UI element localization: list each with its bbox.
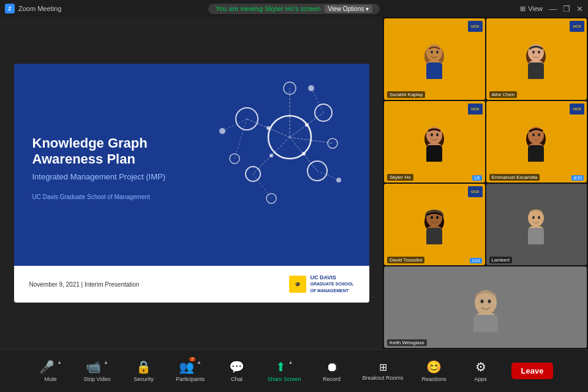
security-button[interactable]: 🔒 Security xyxy=(128,360,160,382)
apps-icon: ⚙ xyxy=(475,360,486,374)
participant-video-keith: Keith Weisglass xyxy=(384,266,587,348)
mute-button[interactable]: 🎤 ▲ Mute xyxy=(35,360,67,382)
ucd-corner-logo-4: UCD xyxy=(570,104,584,115)
participant-name-keith: Keith Weisglass xyxy=(387,339,427,346)
record-button[interactable]: ⏺ Record xyxy=(316,360,348,382)
svg-point-44 xyxy=(436,134,439,137)
svg-point-23 xyxy=(266,126,270,130)
ucd-logo-text: UC DAVIS GRADUATE SCHOOL OF MANAGEMENT xyxy=(310,274,353,294)
share-screen-label: Share Screen xyxy=(268,376,301,382)
svg-point-66 xyxy=(488,300,491,303)
svg-rect-42 xyxy=(426,145,442,162)
participant-video-emmanuel: UCD Emmanuel Escamilla 8/15 xyxy=(486,101,587,183)
svg-point-65 xyxy=(480,300,483,303)
minimize-button[interactable]: — xyxy=(549,4,557,13)
ucd-corner-logo: UCD xyxy=(468,21,483,32)
security-icon: 🔒 xyxy=(136,360,151,374)
grid-icon: ⊞ xyxy=(520,5,526,13)
chat-button[interactable]: 💬 Chat xyxy=(221,360,253,382)
footer-logo: 🎓 UC DAVIS GRADUATE SCHOOL OF MANAGEMENT xyxy=(289,274,353,294)
apps-label: Apps xyxy=(474,376,487,382)
participant-name-lambert: Lambert xyxy=(489,257,512,263)
participant-video-david: UCD David Tossolini 1/14 xyxy=(384,184,485,265)
titlebar-controls: ⊞ View — ❐ ✕ xyxy=(520,4,583,13)
svg-point-24 xyxy=(305,123,309,127)
screen-share-notice: You are viewing Skyler Ho's screen View … xyxy=(208,4,380,14)
share-screen-icon: ⬆ xyxy=(276,360,286,374)
participant-name-emmanuel: Emmanuel Escamilla xyxy=(489,174,540,181)
svg-line-20 xyxy=(317,171,339,180)
svg-rect-59 xyxy=(528,228,544,244)
reactions-button[interactable]: 😊 Reactions xyxy=(418,360,450,382)
svg-point-61 xyxy=(538,216,540,219)
participant-video-skyler: UCD Skyler Ho 1/5 xyxy=(384,101,485,183)
participant-name-david: David Tossolini xyxy=(387,257,424,263)
screen-share-text: You are viewing Skyler Ho's screen xyxy=(216,5,321,12)
stop-video-label: Stop Video xyxy=(84,376,111,382)
svg-point-49 xyxy=(532,134,535,137)
view-button[interactable]: ⊞ View xyxy=(520,5,543,13)
video-participants-panel: UCD Surabhi Kaplay UCD xyxy=(383,17,588,349)
mute-icon: 🎤 xyxy=(39,360,55,374)
slide-title: Knowledge Graph Awareness Plan xyxy=(32,135,192,168)
reactions-label: Reactions xyxy=(422,376,447,382)
participant-name-skyler: Skyler Ho xyxy=(387,174,413,181)
participants-badge: 7 xyxy=(189,357,195,361)
slide-main-content: Knowledge Graph Awareness Plan Integrate… xyxy=(14,64,369,266)
maximize-button[interactable]: ❐ xyxy=(563,4,570,13)
ucd-logo-icon: 🎓 xyxy=(289,276,306,293)
stop-video-button[interactable]: 📹 ▲ Stop Video xyxy=(81,360,113,382)
svg-point-43 xyxy=(431,134,433,137)
slide-subtitle: Integrated Management Project (IMP) xyxy=(32,172,192,181)
svg-point-26 xyxy=(270,154,273,157)
svg-line-21 xyxy=(253,174,271,198)
breakout-rooms-button[interactable]: ⊞ Breakout Rooms xyxy=(363,361,404,381)
record-label: Record xyxy=(323,376,341,382)
mute-label: Mute xyxy=(45,376,57,382)
ucd-corner-logo-5: UCD xyxy=(468,186,483,197)
participants-label: Participants xyxy=(176,376,205,382)
apps-button[interactable]: ⚙ Apps xyxy=(465,360,497,382)
svg-point-38 xyxy=(538,51,540,54)
participant-badge-david: 1/14 xyxy=(470,258,482,263)
ucd-corner-logo-2: UCD xyxy=(570,21,584,32)
participant-name-surabhi: Surabhi Kaplay xyxy=(387,91,425,98)
participant-name-aihe: Aihe Chen xyxy=(489,91,517,98)
zoom-app-icon: Z xyxy=(5,4,15,13)
svg-point-55 xyxy=(431,216,433,219)
security-label: Security xyxy=(134,376,154,382)
svg-rect-54 xyxy=(426,228,442,244)
participants-button[interactable]: 👥 7 ▲ Participants xyxy=(175,360,206,382)
participant-video-lambert: Lambert xyxy=(486,184,587,265)
titlebar-left: Z Zoom Meeting xyxy=(5,4,61,13)
participants-icon: 👥 xyxy=(179,360,194,374)
network-graphic xyxy=(210,70,357,229)
breakout-rooms-icon: ⊞ xyxy=(379,361,387,373)
footer-date: November 9, 2021 | Interim Presentation xyxy=(29,281,140,288)
video-icon: 📹 xyxy=(86,360,101,374)
record-icon: ⏺ xyxy=(326,360,338,374)
share-screen-button[interactable]: ⬆ ▲ Share Screen xyxy=(268,360,301,382)
main-content-area: Knowledge Graph Awareness Plan Integrate… xyxy=(0,17,588,349)
leave-meeting-button[interactable]: Leave xyxy=(511,363,554,379)
participant-video-surabhi: UCD Surabhi Kaplay xyxy=(384,18,485,100)
chat-label: Chat xyxy=(231,376,243,382)
zoom-toolbar: 🎤 ▲ Mute 📹 ▲ Stop Video 🔒 Security 👥 7 ▲… xyxy=(0,349,588,392)
svg-point-32 xyxy=(436,51,439,54)
chat-icon: 💬 xyxy=(229,360,244,374)
close-button[interactable]: ✕ xyxy=(576,4,583,13)
svg-rect-36 xyxy=(528,62,544,79)
view-options-button[interactable]: View Options ▾ xyxy=(324,5,372,13)
svg-rect-64 xyxy=(473,315,498,332)
participant-badge-skyler: 1/5 xyxy=(472,175,482,181)
svg-point-37 xyxy=(532,51,535,54)
participant-badge-emmanuel: 8/15 xyxy=(571,175,584,181)
slide-footer: November 9, 2021 | Interim Presentation … xyxy=(14,266,369,303)
slide-text-content: Knowledge Graph Awareness Plan Integrate… xyxy=(32,82,192,254)
participant-video-aihe: UCD Aihe Chen xyxy=(486,18,587,100)
ucd-corner-logo-3: UCD xyxy=(468,104,483,115)
svg-rect-48 xyxy=(528,145,544,162)
svg-point-31 xyxy=(431,51,433,54)
leave-button[interactable]: Leave xyxy=(511,363,554,379)
presentation-slide: Knowledge Graph Awareness Plan Integrate… xyxy=(14,64,369,303)
